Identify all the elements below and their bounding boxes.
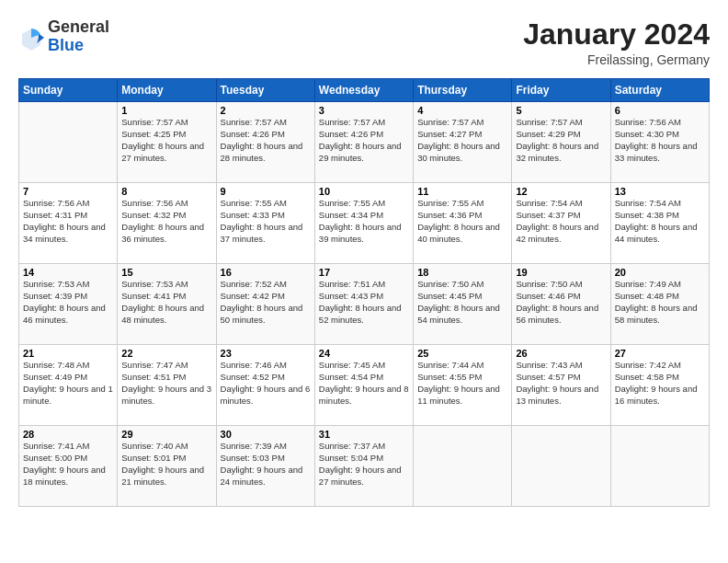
calendar-cell: 24Sunrise: 7:45 AMSunset: 4:54 PMDayligh… (314, 345, 413, 426)
day-number: 30 (221, 429, 311, 440)
calendar-cell (414, 426, 512, 507)
calendar-cell: 30Sunrise: 7:39 AMSunset: 5:03 PMDayligh… (216, 426, 314, 507)
day-number: 27 (615, 348, 705, 359)
calendar-week-0: 1Sunrise: 7:57 AMSunset: 4:25 PMDaylight… (19, 102, 710, 183)
day-number: 10 (319, 186, 409, 197)
day-info: Sunrise: 7:53 AMSunset: 4:39 PMDaylight:… (23, 279, 113, 326)
day-number: 7 (23, 186, 113, 197)
day-number: 2 (221, 105, 311, 116)
weekday-header-friday: Friday (512, 79, 610, 102)
header: General Blue January 2024 Freilassing, G… (18, 18, 710, 67)
calendar-cell: 27Sunrise: 7:42 AMSunset: 4:58 PMDayligh… (610, 345, 709, 426)
day-number: 29 (121, 429, 211, 440)
day-info: Sunrise: 7:44 AMSunset: 4:55 PMDaylight:… (417, 360, 507, 407)
calendar-cell (512, 426, 610, 507)
calendar-cell: 2Sunrise: 7:57 AMSunset: 4:26 PMDaylight… (216, 102, 314, 183)
day-number: 11 (417, 186, 507, 197)
weekday-row: SundayMondayTuesdayWednesdayThursdayFrid… (19, 79, 710, 102)
calendar-cell: 12Sunrise: 7:54 AMSunset: 4:37 PMDayligh… (512, 183, 610, 264)
calendar-cell: 23Sunrise: 7:46 AMSunset: 4:52 PMDayligh… (216, 345, 314, 426)
day-number: 8 (121, 186, 211, 197)
day-info: Sunrise: 7:49 AMSunset: 4:48 PMDaylight:… (615, 279, 705, 326)
day-info: Sunrise: 7:41 AMSunset: 5:00 PMDaylight:… (23, 441, 113, 488)
weekday-header-tuesday: Tuesday (216, 79, 314, 102)
calendar-cell: 31Sunrise: 7:37 AMSunset: 5:04 PMDayligh… (314, 426, 413, 507)
day-info: Sunrise: 7:50 AMSunset: 4:46 PMDaylight:… (516, 279, 606, 326)
calendar-header: SundayMondayTuesdayWednesdayThursdayFrid… (19, 79, 710, 102)
calendar-cell: 20Sunrise: 7:49 AMSunset: 4:48 PMDayligh… (610, 264, 709, 345)
calendar-cell: 4Sunrise: 7:57 AMSunset: 4:27 PMDaylight… (414, 102, 512, 183)
calendar-cell: 14Sunrise: 7:53 AMSunset: 4:39 PMDayligh… (19, 264, 118, 345)
day-info: Sunrise: 7:40 AMSunset: 5:01 PMDaylight:… (121, 441, 211, 488)
day-number: 25 (417, 348, 507, 359)
day-info: Sunrise: 7:56 AMSunset: 4:30 PMDaylight:… (615, 117, 705, 164)
day-number: 16 (221, 267, 311, 278)
day-number: 31 (319, 429, 409, 440)
weekday-header-wednesday: Wednesday (314, 79, 413, 102)
calendar-week-1: 7Sunrise: 7:56 AMSunset: 4:31 PMDaylight… (19, 183, 710, 264)
page: General Blue January 2024 Freilassing, G… (0, 0, 728, 563)
day-info: Sunrise: 7:57 AMSunset: 4:26 PMDaylight:… (221, 117, 311, 164)
day-info: Sunrise: 7:48 AMSunset: 4:49 PMDaylight:… (23, 360, 113, 407)
day-info: Sunrise: 7:54 AMSunset: 4:37 PMDaylight:… (516, 198, 606, 245)
logo: General Blue (18, 18, 109, 55)
calendar-cell: 3Sunrise: 7:57 AMSunset: 4:26 PMDaylight… (314, 102, 413, 183)
calendar-cell: 29Sunrise: 7:40 AMSunset: 5:01 PMDayligh… (118, 426, 216, 507)
title-block: January 2024 Freilassing, Germany (523, 18, 710, 67)
day-info: Sunrise: 7:51 AMSunset: 4:43 PMDaylight:… (319, 279, 409, 326)
calendar: SundayMondayTuesdayWednesdayThursdayFrid… (18, 78, 710, 507)
calendar-cell (610, 426, 709, 507)
weekday-header-thursday: Thursday (414, 79, 512, 102)
day-info: Sunrise: 7:54 AMSunset: 4:38 PMDaylight:… (615, 198, 705, 245)
calendar-cell: 16Sunrise: 7:52 AMSunset: 4:42 PMDayligh… (216, 264, 314, 345)
weekday-header-saturday: Saturday (610, 79, 709, 102)
calendar-cell: 6Sunrise: 7:56 AMSunset: 4:30 PMDaylight… (610, 102, 709, 183)
calendar-cell: 25Sunrise: 7:44 AMSunset: 4:55 PMDayligh… (414, 345, 512, 426)
day-info: Sunrise: 7:56 AMSunset: 4:31 PMDaylight:… (23, 198, 113, 245)
day-number: 1 (121, 105, 211, 116)
calendar-cell: 19Sunrise: 7:50 AMSunset: 4:46 PMDayligh… (512, 264, 610, 345)
logo-text: General Blue (48, 18, 109, 55)
day-number: 19 (516, 267, 606, 278)
day-info: Sunrise: 7:56 AMSunset: 4:32 PMDaylight:… (121, 198, 211, 245)
day-number: 28 (23, 429, 113, 440)
logo-icon (18, 25, 44, 51)
day-info: Sunrise: 7:42 AMSunset: 4:58 PMDaylight:… (615, 360, 705, 407)
day-info: Sunrise: 7:43 AMSunset: 4:57 PMDaylight:… (516, 360, 606, 407)
day-number: 24 (319, 348, 409, 359)
day-number: 21 (23, 348, 113, 359)
calendar-cell: 10Sunrise: 7:55 AMSunset: 4:34 PMDayligh… (314, 183, 413, 264)
day-number: 18 (417, 267, 507, 278)
weekday-header-sunday: Sunday (19, 79, 118, 102)
day-info: Sunrise: 7:37 AMSunset: 5:04 PMDaylight:… (319, 441, 409, 488)
calendar-cell: 5Sunrise: 7:57 AMSunset: 4:29 PMDaylight… (512, 102, 610, 183)
logo-blue: Blue (48, 37, 109, 55)
calendar-cell: 15Sunrise: 7:53 AMSunset: 4:41 PMDayligh… (118, 264, 216, 345)
day-info: Sunrise: 7:57 AMSunset: 4:26 PMDaylight:… (319, 117, 409, 164)
day-number: 26 (516, 348, 606, 359)
day-number: 5 (516, 105, 606, 116)
day-number: 9 (221, 186, 311, 197)
calendar-cell: 26Sunrise: 7:43 AMSunset: 4:57 PMDayligh… (512, 345, 610, 426)
day-info: Sunrise: 7:55 AMSunset: 4:34 PMDaylight:… (319, 198, 409, 245)
day-info: Sunrise: 7:39 AMSunset: 5:03 PMDaylight:… (221, 441, 311, 488)
day-info: Sunrise: 7:52 AMSunset: 4:42 PMDaylight:… (221, 279, 311, 326)
day-number: 6 (615, 105, 705, 116)
calendar-cell: 8Sunrise: 7:56 AMSunset: 4:32 PMDaylight… (118, 183, 216, 264)
location: Freilassing, Germany (523, 52, 710, 67)
day-number: 22 (121, 348, 211, 359)
day-info: Sunrise: 7:55 AMSunset: 4:33 PMDaylight:… (221, 198, 311, 245)
day-info: Sunrise: 7:53 AMSunset: 4:41 PMDaylight:… (121, 279, 211, 326)
day-number: 12 (516, 186, 606, 197)
day-number: 17 (319, 267, 409, 278)
calendar-cell: 28Sunrise: 7:41 AMSunset: 5:00 PMDayligh… (19, 426, 118, 507)
calendar-cell: 18Sunrise: 7:50 AMSunset: 4:45 PMDayligh… (414, 264, 512, 345)
calendar-cell: 9Sunrise: 7:55 AMSunset: 4:33 PMDaylight… (216, 183, 314, 264)
day-number: 4 (417, 105, 507, 116)
calendar-cell: 21Sunrise: 7:48 AMSunset: 4:49 PMDayligh… (19, 345, 118, 426)
day-info: Sunrise: 7:50 AMSunset: 4:45 PMDaylight:… (417, 279, 507, 326)
day-info: Sunrise: 7:46 AMSunset: 4:52 PMDaylight:… (221, 360, 311, 407)
calendar-body: 1Sunrise: 7:57 AMSunset: 4:25 PMDaylight… (19, 102, 710, 507)
day-number: 13 (615, 186, 705, 197)
month-title: January 2024 (523, 18, 710, 51)
